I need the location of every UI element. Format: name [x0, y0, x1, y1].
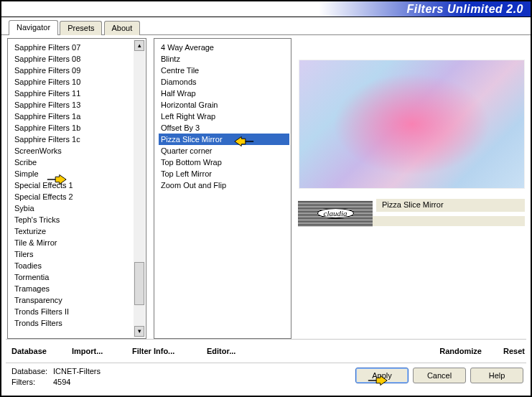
list-item[interactable]: Centre Tile	[159, 65, 289, 76]
scroll-thumb[interactable]	[134, 262, 144, 305]
list-item[interactable]: Tilers	[12, 248, 144, 260]
status-filters-value: 4594	[53, 378, 70, 386]
list-item[interactable]: Simple	[12, 168, 144, 179]
database-button[interactable]: Database	[11, 344, 69, 358]
list-item[interactable]: Top Left Mirror	[159, 168, 289, 179]
status-text: Database:ICNET-Filters Filters:4594	[11, 366, 355, 393]
list-item[interactable]: Tronds Filters II	[12, 306, 144, 317]
list-item[interactable]: Sapphire Filters 13	[12, 99, 144, 111]
title-bar: Filters Unlimited 2.0	[1, 1, 531, 17]
list-item[interactable]: Sybia	[12, 202, 144, 214]
list-item[interactable]: 4 Way Average	[159, 42, 289, 53]
list-item[interactable]: Sapphire Filters 07	[12, 42, 144, 53]
list-item[interactable]: Left Right Wrap	[159, 111, 289, 122]
category-scrollbar[interactable]: ▴ ▾	[134, 39, 145, 337]
preview-column: Pizza Slice Mirror	[299, 38, 525, 339]
list-item[interactable]: Sapphire Filters 1b	[12, 122, 144, 134]
cancel-button[interactable]: Cancel	[413, 368, 466, 383]
dialog-buttons: Apply Cancel Help	[355, 366, 523, 393]
list-item[interactable]: Texturize	[12, 225, 144, 237]
category-column: Sapphire Filters 07Sapphire Filters 08Sa…	[7, 38, 146, 339]
list-item[interactable]: Horizontal Grain	[159, 99, 289, 111]
list-item[interactable]: Pizza Slice Mirror	[159, 134, 289, 145]
list-item[interactable]: Tronds Filters	[12, 317, 144, 329]
list-item[interactable]: Sapphire Filters 1a	[12, 111, 144, 122]
help-button[interactable]: Help	[470, 368, 523, 383]
scroll-up-icon[interactable]: ▴	[134, 40, 144, 51]
list-item[interactable]: Scribe	[12, 157, 144, 168]
list-item[interactable]: Top Bottom Wrap	[159, 157, 289, 168]
parameter-strip	[299, 216, 525, 226]
list-item[interactable]: Blintz	[159, 53, 289, 65]
list-item[interactable]: ScreenWorks	[12, 145, 144, 157]
list-item[interactable]: Teph's Tricks	[12, 214, 144, 225]
list-item[interactable]: Transparency	[12, 294, 144, 306]
status-db-label: Database:	[11, 366, 53, 377]
filter-name-label: Pizza Slice Mirror	[376, 199, 525, 212]
filter-listbox[interactable]: 4 Way AverageBlintzCentre TileDiamondsHa…	[154, 38, 291, 339]
reset-button[interactable]: Reset	[485, 344, 525, 358]
list-item[interactable]: Tramages	[12, 283, 144, 294]
apply-button[interactable]: Apply	[355, 368, 409, 383]
list-item[interactable]: Sapphire Filters 09	[12, 65, 144, 76]
list-item[interactable]: Toadies	[12, 260, 144, 271]
category-listbox[interactable]: Sapphire Filters 07Sapphire Filters 08Sa…	[7, 38, 146, 339]
status-db-value: ICNET-Filters	[53, 367, 101, 375]
preview-image	[299, 60, 525, 189]
status-filters-label: Filters:	[11, 377, 53, 388]
list-item[interactable]: Half Wrap	[159, 88, 289, 99]
editor-button[interactable]: Editor...	[207, 344, 264, 358]
list-item[interactable]: Sapphire Filters 10	[12, 76, 144, 88]
window-title: Filters Unlimited 2.0	[406, 1, 523, 17]
tab-about[interactable]: About	[104, 21, 141, 35]
tab-presets[interactable]: Presets	[60, 21, 102, 35]
main-area: Sapphire Filters 07Sapphire Filters 08Sa…	[1, 35, 531, 339]
list-item[interactable]: Tormentia	[12, 271, 144, 283]
list-item[interactable]: Tile & Mirror	[12, 237, 144, 248]
filter-info-button[interactable]: Filter Info...	[132, 344, 204, 358]
filter-column: 4 Way AverageBlintzCentre TileDiamondsHa…	[154, 38, 291, 339]
list-item[interactable]: Special Effects 2	[12, 191, 144, 202]
list-item[interactable]: Special Effects 1	[12, 179, 144, 191]
list-item[interactable]: Diamonds	[159, 76, 289, 88]
randomize-button[interactable]: Randomize	[417, 344, 482, 358]
tab-navigator[interactable]: Navigator	[9, 20, 58, 35]
status-row: Database:ICNET-Filters Filters:4594 Appl…	[1, 363, 531, 393]
tabs-row: Navigator Presets About	[1, 19, 531, 35]
list-item[interactable]: Sapphire Filters 08	[12, 53, 144, 65]
list-item[interactable]: Sapphire Filters 1c	[12, 134, 144, 145]
list-item[interactable]: Sapphire Filters 11	[12, 88, 144, 99]
scroll-down-icon[interactable]: ▾	[134, 326, 144, 337]
list-item[interactable]: Quarter corner	[159, 145, 289, 157]
toolbar: Database Import... Filter Info... Editor…	[1, 340, 531, 363]
list-item[interactable]: Offset By 3	[159, 122, 289, 134]
list-item[interactable]: Zoom Out and Flip	[159, 179, 289, 191]
import-button[interactable]: Import...	[72, 344, 129, 358]
